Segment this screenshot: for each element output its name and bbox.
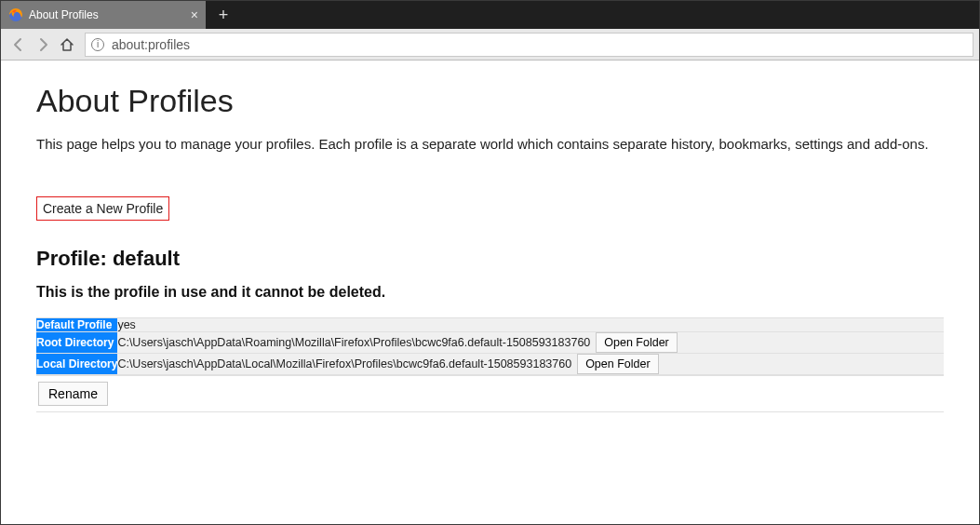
tab-title: About Profiles [29,8,99,21]
profile-heading: Profile: default [36,247,944,271]
back-button[interactable] [7,33,31,57]
profile-table: Default Profile yes Root Directory C:\Us… [36,317,944,375]
page-info-icon[interactable]: i [91,38,104,51]
forward-button[interactable] [31,33,55,57]
row-default-profile: Default Profile yes [36,318,944,332]
value-default-profile: yes [117,318,944,332]
open-local-folder-button[interactable]: Open Folder [577,354,658,374]
page-heading: About Profiles [36,83,944,119]
value-root-directory: C:\Users\jasch\AppData\Roaming\Mozilla\F… [117,332,944,354]
browser-navbar: i about:profiles [1,29,979,61]
close-tab-icon[interactable]: × [191,7,198,22]
rename-button[interactable]: Rename [38,382,108,406]
label-default-profile: Default Profile [36,318,117,332]
url-text: about:profiles [112,37,190,52]
value-local-directory: C:\Users\jasch\AppData\Local\Mozilla\Fir… [117,354,944,375]
url-bar[interactable]: i about:profiles [85,33,973,57]
new-tab-button[interactable]: + [209,1,237,29]
browser-tab[interactable]: About Profiles × [1,1,206,29]
page-description: This page helps you to manage your profi… [36,136,944,152]
browser-titlebar: About Profiles × + [1,1,979,29]
profile-inuse-notice: This is the profile in use and it cannot… [36,284,944,301]
value-local-directory-text: C:\Users\jasch\AppData\Local\Mozilla\Fir… [117,357,571,370]
page-content: About Profiles This page helps you to ma… [1,61,979,525]
row-local-directory: Local Directory C:\Users\jasch\AppData\L… [36,354,944,375]
home-button[interactable] [55,33,79,57]
open-root-folder-button[interactable]: Open Folder [596,332,677,353]
row-root-directory: Root Directory C:\Users\jasch\AppData\Ro… [36,332,944,354]
profile-actions-row: Rename [36,375,944,412]
create-profile-button[interactable]: Create a New Profile [36,196,169,221]
value-root-directory-text: C:\Users\jasch\AppData\Roaming\Mozilla\F… [117,336,590,349]
label-local-directory: Local Directory [36,354,117,375]
firefox-icon [8,7,23,22]
value-default-profile-text: yes [117,318,135,331]
label-root-directory: Root Directory [36,332,117,354]
